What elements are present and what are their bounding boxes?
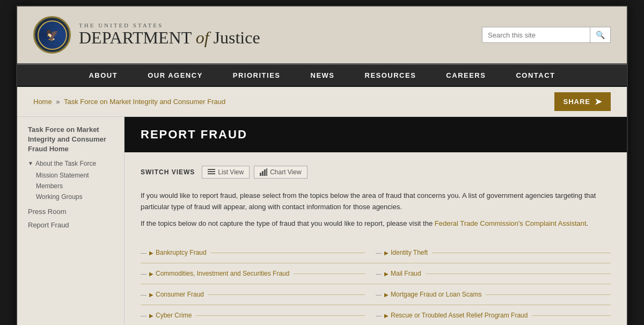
arrow-icon: ▶	[384, 250, 389, 256]
title-of: of	[196, 28, 214, 47]
nav-our-agency[interactable]: OUR AGENCY	[133, 65, 218, 86]
list-view-button[interactable]: List View	[202, 166, 250, 179]
main-nav: ABOUT OUR AGENCY PRIORITIES NEWS RESOURC…	[17, 65, 627, 87]
fraud-link-mail: Mail Fraud	[391, 270, 421, 277]
arrow-icon: ▶	[384, 313, 389, 319]
fraud-divider	[486, 294, 611, 295]
dash-icon: —	[376, 291, 382, 298]
chart-view-icon	[260, 168, 267, 176]
intro-paragraph-1: If you would like to report fraud, pleas…	[125, 190, 627, 213]
list-view-icon	[208, 168, 215, 176]
fraud-item-commodities[interactable]: — ▶ Commodities, Investment and Securiti…	[141, 263, 376, 284]
fraud-item-identity[interactable]: — ▶ Identity Theft	[376, 242, 611, 263]
sidebar-about-header[interactable]: ▼ About the Task Force	[28, 160, 116, 167]
sidebar-about-section: ▼ About the Task Force Mission Statement…	[28, 160, 116, 202]
dash-icon: —	[141, 249, 147, 256]
nav-resources[interactable]: RESOURCES	[350, 65, 431, 86]
sidebar-members[interactable]: Members	[28, 181, 116, 191]
sidebar-mission-statement[interactable]: Mission Statement	[28, 170, 116, 181]
svg-rect-2	[208, 173, 215, 174]
main-content: Task Force on Market Integrity and Consu…	[17, 117, 627, 325]
arrow-icon: ▶	[384, 271, 389, 277]
sidebar-about-label: About the Task Force	[35, 160, 96, 167]
share-button[interactable]: SHARE ➤	[554, 92, 611, 111]
fraud-item-mortgage[interactable]: — ▶ Mortgage Fraud or Loan Scams	[376, 284, 611, 305]
sidebar-working-groups[interactable]: Working Groups	[28, 191, 116, 202]
arrow-icon: ▶	[149, 292, 153, 298]
fraud-item-mail[interactable]: — ▶ Mail Fraud	[376, 263, 611, 284]
arrow-icon: ▶	[149, 271, 153, 277]
svg-rect-3	[260, 173, 261, 176]
fraud-divider	[532, 315, 611, 316]
intro-paragraph-2: If the topics below do not capture the t…	[125, 218, 627, 230]
title-justice: Justice	[214, 28, 260, 47]
fraud-divider	[432, 253, 611, 253]
fraud-divider	[426, 274, 611, 274]
fraud-item-cyber[interactable]: — ▶ Cyber Crime	[141, 305, 376, 325]
fraud-link-identity: Identity Theft	[391, 249, 428, 256]
list-view-label: List View	[218, 168, 244, 176]
switch-views-label: SWITCH VIEWS	[141, 168, 195, 176]
sidebar-task-force-title: Task Force on Market Integrity and Consu…	[28, 125, 116, 154]
dash-icon: —	[376, 312, 382, 319]
sidebar: Task Force on Market Integrity and Consu…	[17, 117, 125, 325]
share-label: SHARE	[563, 98, 590, 106]
svg-rect-0	[208, 169, 215, 170]
header: 🦅 THE UNITED STATES DEPARTMENT of Justic…	[17, 6, 627, 65]
breadcrumb-current[interactable]: Task Force on Market Integrity and Consu…	[64, 98, 225, 106]
dash-icon: —	[141, 312, 147, 319]
dash-icon: —	[141, 291, 147, 298]
view-switcher: SWITCH VIEWS List View Chart View	[125, 160, 627, 184]
fraud-link-bankruptcy: Bankruptcy Fraud	[156, 249, 207, 256]
sidebar-report-fraud[interactable]: Report Fraud	[28, 221, 116, 229]
fraud-list: — ▶ Bankruptcy Fraud — ▶ Identity Theft …	[125, 234, 627, 325]
dash-icon: —	[141, 270, 147, 277]
page-wrapper: 🦅 THE UNITED STATES DEPARTMENT of Justic…	[16, 5, 628, 325]
arrow-icon: ▶	[149, 250, 153, 256]
dept-title: THE UNITED STATES DEPARTMENT of Justice	[79, 22, 260, 47]
page-banner: REPORT FRAUD	[125, 117, 627, 152]
doj-seal: 🦅	[33, 16, 71, 54]
search-button[interactable]: 🔍	[590, 27, 610, 42]
logo-area: 🦅 THE UNITED STATES DEPARTMENT of Justic…	[33, 16, 260, 54]
chart-view-label: Chart View	[270, 168, 301, 176]
search-input[interactable]	[482, 28, 590, 42]
fraud-item-consumer[interactable]: — ▶ Consumer Fraud	[141, 284, 376, 305]
svg-rect-4	[262, 171, 264, 176]
search-area: 🔍	[482, 27, 611, 43]
fraud-divider	[196, 315, 365, 316]
fraud-link-cyber: Cyber Crime	[156, 312, 192, 319]
fraud-link-commodities: Commodities, Investment and Securities F…	[156, 270, 289, 277]
nav-about[interactable]: ABOUT	[74, 65, 133, 86]
svg-rect-6	[266, 168, 267, 176]
title-dept: DEPARTMENT	[79, 28, 192, 47]
fraud-item-bankruptcy[interactable]: — ▶ Bankruptcy Fraud	[141, 242, 376, 263]
intro-para2-prefix: If the topics below do not capture the t…	[141, 219, 435, 227]
sidebar-press-room[interactable]: Press Room	[28, 208, 116, 216]
main-title: DEPARTMENT of Justice	[79, 28, 260, 47]
dash-icon: —	[376, 249, 382, 256]
chart-view-button[interactable]: Chart View	[254, 166, 307, 179]
breadcrumb: Home » Task Force on Market Integrity an…	[33, 98, 225, 106]
nav-news[interactable]: NEWS	[296, 65, 350, 86]
fraud-item-rescue[interactable]: — ▶ Rescue or Troubled Asset Relief Prog…	[376, 305, 611, 325]
content-area: REPORT FRAUD SWITCH VIEWS List View Char…	[125, 117, 627, 325]
nav-careers[interactable]: CAREERS	[431, 65, 501, 86]
breadcrumb-home[interactable]: Home	[33, 98, 52, 106]
fraud-link-consumer: Consumer Fraud	[156, 291, 204, 298]
svg-rect-1	[208, 171, 215, 172]
arrow-icon: ▶	[149, 313, 153, 319]
nav-priorities[interactable]: PRIORITIES	[218, 65, 296, 86]
fraud-link-rescue: Rescue or Troubled Asset Relief Program …	[391, 312, 528, 319]
fraud-divider	[211, 253, 365, 253]
fraud-divider	[294, 274, 365, 274]
nav-contact[interactable]: CONTACT	[501, 65, 570, 86]
breadcrumb-separator: »	[56, 98, 60, 106]
fraud-link-mortgage: Mortgage Fraud or Loan Scams	[391, 291, 481, 298]
breadcrumb-bar: Home » Task Force on Market Integrity an…	[17, 87, 627, 117]
ftc-link[interactable]: Federal Trade Commission's Complaint Ass…	[435, 219, 587, 227]
sidebar-task-force-link[interactable]: Task Force on Market Integrity and Consu…	[28, 125, 106, 153]
fraud-divider	[208, 294, 365, 295]
dash-icon: —	[376, 270, 382, 277]
svg-rect-5	[264, 169, 266, 176]
